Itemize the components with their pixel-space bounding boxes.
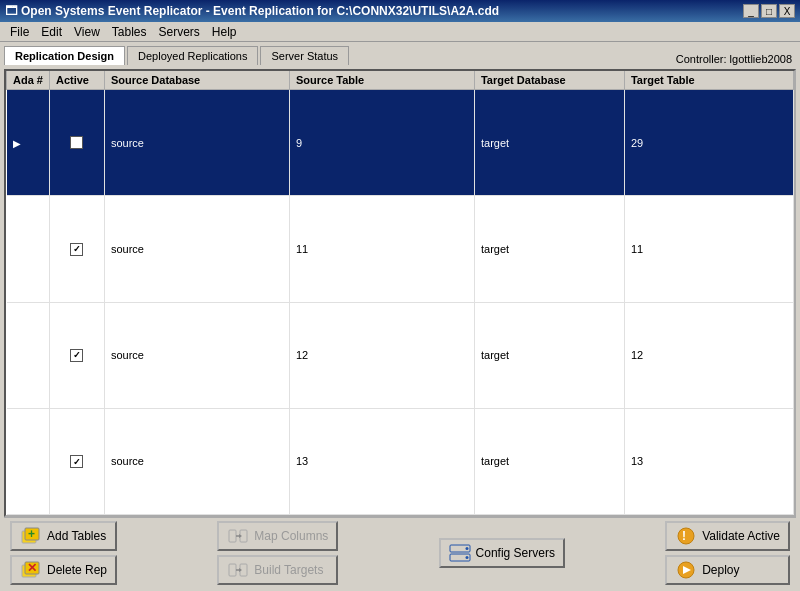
delete-rep-button[interactable]: ✕ Delete Rep — [10, 555, 117, 585]
menu-help[interactable]: Help — [206, 24, 243, 40]
col-header-source-db: Source Database — [104, 71, 289, 90]
config-button-wrapper: Config Servers — [439, 538, 565, 568]
table-row[interactable]: source13target13 — [7, 408, 794, 514]
row-ada — [7, 196, 50, 302]
menu-bar: File Edit View Tables Servers Help — [0, 22, 800, 42]
svg-rect-10 — [229, 564, 236, 576]
row-active-checkbox[interactable] — [49, 302, 104, 408]
checkbox-icon[interactable] — [70, 455, 83, 468]
checkbox-icon[interactable] — [70, 243, 83, 256]
row-source-db: source — [104, 196, 289, 302]
validate-active-button[interactable]: ! Validate Active — [665, 521, 790, 551]
validate-active-icon: ! — [675, 526, 697, 546]
row-active-checkbox[interactable] — [49, 408, 104, 514]
col-header-ada: Ada # — [7, 71, 50, 90]
row-target-table: 12 — [624, 302, 793, 408]
tab-replication-design[interactable]: Replication Design — [4, 46, 125, 65]
row-target-table: 13 — [624, 408, 793, 514]
row-active-checkbox[interactable] — [49, 196, 104, 302]
row-source-db: source — [104, 302, 289, 408]
row-target-db: target — [474, 408, 624, 514]
deploy-icon — [675, 560, 697, 580]
table-row[interactable]: source11target11 — [7, 196, 794, 302]
build-targets-button[interactable]: Build Targets — [217, 555, 338, 585]
content-panel: Ada # Active Source Database Source Tabl… — [4, 69, 796, 517]
row-target-db: target — [474, 90, 624, 196]
window-controls[interactable]: _ □ X — [743, 4, 795, 18]
delete-rep-icon: ✕ — [20, 560, 42, 580]
minimize-button[interactable]: _ — [743, 4, 759, 18]
add-tables-button[interactable]: + Add Tables — [10, 521, 117, 551]
row-source-table: 12 — [289, 302, 474, 408]
row-ada — [7, 302, 50, 408]
row-target-table: 29 — [624, 90, 793, 196]
title-bar-title: 🗔 Open Systems Event Replicator - Event … — [5, 4, 499, 18]
menu-file[interactable]: File — [4, 24, 35, 40]
tab-bar: Replication Design Deployed Replications… — [4, 46, 351, 65]
config-servers-button[interactable]: Config Servers — [439, 538, 565, 568]
row-target-db: target — [474, 302, 624, 408]
row-ada: ▶ — [7, 90, 50, 196]
replication-table: Ada # Active Source Database Source Tabl… — [6, 71, 794, 515]
controller-label: Controller: lgottlieb2008 — [676, 53, 796, 65]
row-target-db: target — [474, 196, 624, 302]
app-icon: 🗔 — [5, 4, 17, 18]
tab-server-status[interactable]: Server Status — [260, 46, 349, 65]
deploy-button[interactable]: Deploy — [665, 555, 790, 585]
build-targets-icon — [227, 560, 249, 580]
col-header-source-table: Source Table — [289, 71, 474, 90]
add-tables-icon: + — [20, 526, 42, 546]
tab-deployed-replications[interactable]: Deployed Replications — [127, 46, 258, 65]
row-ada — [7, 408, 50, 514]
row-source-table: 9 — [289, 90, 474, 196]
svg-point-17 — [465, 556, 468, 559]
close-button[interactable]: X — [779, 4, 795, 18]
row-target-table: 11 — [624, 196, 793, 302]
menu-servers[interactable]: Servers — [153, 24, 206, 40]
table-row[interactable]: source12target12 — [7, 302, 794, 408]
svg-point-16 — [465, 547, 468, 550]
row-arrow-icon: ▶ — [13, 138, 21, 149]
col-header-active: Active — [49, 71, 104, 90]
col-header-target-db: Target Database — [474, 71, 624, 90]
row-active-checkbox[interactable] — [49, 90, 104, 196]
menu-tables[interactable]: Tables — [106, 24, 153, 40]
row-source-db: source — [104, 408, 289, 514]
table-row[interactable]: ▶source9target29 — [7, 90, 794, 196]
title-bar: 🗔 Open Systems Event Replicator - Event … — [0, 0, 800, 22]
menu-edit[interactable]: Edit — [35, 24, 68, 40]
bottom-toolbar: + Add Tables ✕ Delete Rep Map Columns — [4, 517, 796, 587]
col-header-target-table: Target Table — [624, 71, 793, 90]
map-columns-button[interactable]: Map Columns — [217, 521, 338, 551]
checkbox-icon[interactable] — [70, 136, 83, 149]
svg-rect-6 — [229, 530, 236, 542]
checkbox-icon[interactable] — [70, 349, 83, 362]
config-servers-icon — [449, 543, 471, 563]
row-source-table: 11 — [289, 196, 474, 302]
row-source-table: 13 — [289, 408, 474, 514]
top-row: Replication Design Deployed Replications… — [4, 46, 796, 65]
menu-view[interactable]: View — [68, 24, 106, 40]
map-columns-icon — [227, 526, 249, 546]
main-window: Replication Design Deployed Replications… — [0, 42, 800, 591]
svg-text:+: + — [28, 527, 35, 541]
center-button-group: Map Columns Build Targets — [217, 521, 338, 585]
maximize-button[interactable]: □ — [761, 4, 777, 18]
right-button-group: ! Validate Active Deploy — [665, 521, 790, 585]
left-button-group: + Add Tables ✕ Delete Rep — [10, 521, 117, 585]
svg-text:!: ! — [682, 529, 686, 543]
row-source-db: source — [104, 90, 289, 196]
svg-text:✕: ✕ — [27, 561, 37, 575]
svg-point-18 — [678, 528, 694, 544]
